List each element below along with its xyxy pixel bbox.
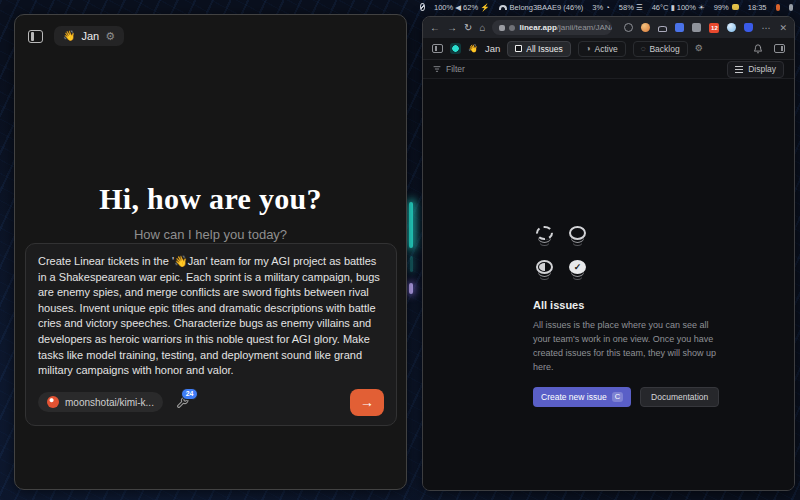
filter-button[interactable]: Filter: [433, 64, 465, 74]
workspace-icon[interactable]: [450, 43, 461, 54]
wifi-network-status: Belong3BAAE9 (46%): [499, 3, 584, 12]
temp-battery-status: 46°C ▮ 100% ☀: [652, 3, 705, 12]
url-path: /janii/team/JANAPP/all: [557, 23, 613, 32]
right-panel-toggle-icon[interactable]: [774, 44, 785, 53]
volume-battery-status: 100% ◀ 62% ⚡: [434, 3, 490, 12]
blue-flag-extension-icon[interactable]: [675, 23, 684, 32]
create-new-issue-button[interactable]: Create new issue C: [533, 387, 631, 407]
incognito-extension-icon[interactable]: [624, 23, 633, 32]
in-progress-status-coin-icon: [536, 260, 553, 274]
wallpaper-glow: [409, 202, 413, 248]
filter-bar: Filter Display: [423, 60, 794, 79]
keyboard-shortcut-badge: C: [612, 392, 623, 403]
backlog-status-icon: ◌: [641, 45, 646, 53]
lightblue-extension-icon[interactable]: [727, 23, 736, 32]
model-selector[interactable]: moonshotai/kimi-k...: [38, 392, 163, 412]
keyboard-icon: [732, 4, 739, 10]
display-options-icon: [735, 66, 743, 73]
greeting-subtitle: How can I help you today?: [15, 227, 406, 242]
linear-content: ✓ All issues All issues is the place whe…: [423, 79, 794, 490]
empty-state-description: All issues is the place where you can se…: [533, 319, 725, 375]
done-status-coin-icon: ✓: [569, 260, 586, 274]
tab-all-issues-label: All Issues: [526, 44, 562, 54]
wifi-network-label: Belong3BAAE9 (46%): [510, 3, 584, 12]
status-3pct: 3% ◔: [592, 3, 609, 12]
address-bar[interactable]: linear.app/janii/team/JANAPP/all ▤ ⊞: [492, 20, 612, 35]
model-provider-icon: [47, 396, 59, 408]
all-issues-icon: [515, 45, 522, 52]
tab-backlog[interactable]: ◌ Backlog: [633, 41, 688, 57]
reload-icon[interactable]: ↻: [464, 23, 472, 33]
extension-icon[interactable]: [509, 25, 515, 31]
linear-header-right: [753, 44, 785, 54]
system-status-bar: 100% ◀ 62% ⚡ Belong3BAAE9 (46%) 3% ◔ 58%…: [420, 0, 800, 14]
tray-mail-icon[interactable]: [776, 4, 781, 11]
status-58pct: 58% ☰: [619, 3, 643, 12]
jan-app-window: 👋 Jan ⚙ Hi, how are you? How can I help …: [14, 14, 407, 490]
forward-icon[interactable]: →: [447, 23, 457, 33]
wifi-icon: [499, 5, 507, 10]
send-arrow-icon: →: [360, 394, 374, 410]
greeting: Hi, how are you? How can I help you toda…: [15, 182, 406, 242]
backlog-status-coin-icon: [536, 226, 553, 240]
wallpaper-glow: [409, 283, 413, 294]
browser-window: ← → ↻ ⌂ linear.app/janii/team/JANAPP/all…: [422, 16, 795, 491]
status-icons-grid: ✓: [533, 225, 725, 286]
red-badge-extension-icon[interactable]: 12: [709, 23, 719, 33]
tab-all-issues[interactable]: All Issues: [507, 41, 570, 57]
back-icon[interactable]: ←: [430, 23, 440, 33]
team-wave-emoji: 👋: [468, 45, 478, 53]
thread-title-pill[interactable]: 👋 Jan ⚙: [54, 26, 124, 46]
wave-emoji: 👋: [63, 31, 75, 41]
greeting-title: Hi, how are you?: [15, 182, 406, 216]
blue-hand-extension-icon[interactable]: [744, 23, 753, 32]
send-button[interactable]: →: [350, 389, 384, 416]
grey-extension-icon[interactable]: [692, 23, 701, 32]
jan-header: 👋 Jan ⚙: [28, 26, 124, 46]
overflow-menu-icon[interactable]: ⋯: [761, 23, 770, 33]
eye-off-icon: [420, 3, 425, 11]
wallpaper-glow: [410, 256, 413, 272]
model-name: moonshotai/kimi-k...: [65, 397, 154, 408]
linear-sidebar-toggle-icon[interactable]: [432, 44, 443, 53]
thread-title: Jan: [81, 30, 99, 42]
close-icon[interactable]: ✕: [779, 23, 787, 33]
todo-status-coin-icon: [569, 226, 586, 240]
clock: 18:35: [748, 3, 767, 12]
active-status-icon: ◑: [586, 45, 591, 53]
check-icon: ✓: [574, 263, 582, 272]
team-name: Jan: [485, 43, 500, 54]
cloud-extension-icon[interactable]: [658, 26, 667, 32]
browser-toolbar: ← → ↻ ⌂ linear.app/janii/team/JANAPP/all…: [423, 17, 794, 38]
composer-toolbar: moonshotai/kimi-k... 24 →: [38, 389, 384, 416]
tab-backlog-label: Backlog: [649, 44, 679, 54]
composer-input[interactable]: Create Linear tickets in the '👋Jan' team…: [38, 254, 384, 379]
display-label: Display: [748, 64, 776, 74]
chat-composer: Create Linear tickets in the '👋Jan' team…: [25, 243, 397, 426]
linear-header: 👋 Jan All Issues ◑ Active ◌ Backlog ⚙: [423, 38, 794, 60]
tab-active[interactable]: ◑ Active: [578, 41, 626, 57]
status-99pct-label: 99%: [714, 3, 729, 12]
gear-icon[interactable]: ⚙: [105, 31, 115, 42]
tray-camera-icon[interactable]: [789, 4, 793, 11]
sidebar-toggle-icon[interactable]: [28, 30, 43, 43]
create-new-issue-label: Create new issue: [541, 392, 607, 402]
filter-label: Filter: [446, 64, 465, 74]
view-settings-gear-icon[interactable]: ⚙: [695, 44, 703, 53]
empty-state-actions: Create new issue C Documentation: [533, 387, 725, 407]
home-icon[interactable]: ⌂: [479, 23, 485, 33]
filter-icon: [433, 65, 441, 73]
bell-icon[interactable]: [753, 44, 763, 54]
extension-row: 12 ⋯ ✕: [624, 23, 787, 33]
display-button[interactable]: Display: [727, 61, 784, 78]
tools-button[interactable]: 24: [176, 396, 189, 409]
site-info-icon[interactable]: [499, 25, 505, 31]
status-99pct: 99%: [714, 3, 739, 12]
tab-active-label: Active: [595, 44, 618, 54]
all-issues-empty-state: ✓ All issues All issues is the place whe…: [533, 225, 725, 407]
tools-count-badge: 24: [181, 388, 198, 400]
orange-extension-icon[interactable]: [641, 23, 650, 32]
url-host: linear.app: [519, 23, 556, 32]
documentation-button[interactable]: Documentation: [640, 387, 719, 407]
empty-state-title: All issues: [533, 299, 725, 311]
